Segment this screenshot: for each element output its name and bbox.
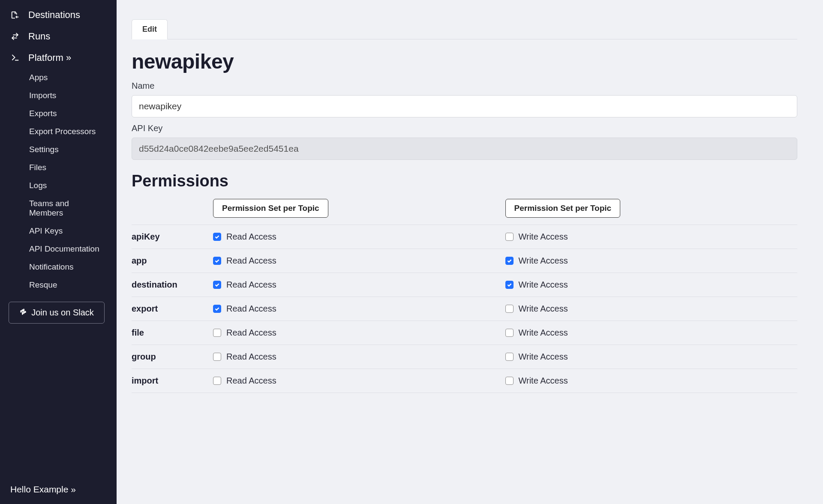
perm-read-label: Read Access [226,304,276,314]
perm-topic: app [132,249,213,273]
subnav-resque[interactable]: Resque [0,276,113,294]
perm-read-label: Read Access [226,376,276,386]
apikey-value: d55d24a0ce0842eebe9a5ee2ed5451ea [132,138,797,160]
name-label: Name [132,81,797,91]
perm-topic: apiKey [132,225,213,249]
perm-set-write-button[interactable]: Permission Set per Topic [505,199,621,218]
perm-topic: destination [132,273,213,297]
nav-runs-label: Runs [28,31,50,42]
subnav-api-keys[interactable]: API Keys [0,222,113,240]
perm-write-cell: Write Access [505,352,793,362]
perm-write-label: Write Access [519,352,568,362]
perm-write-checkbox[interactable] [505,305,514,313]
subnav-imports[interactable]: Imports [0,87,113,105]
tabs-row: Edit [132,19,797,39]
perm-set-read-button[interactable]: Permission Set per Topic [213,199,328,218]
perm-read-cell: Read Access [213,376,501,386]
perm-write-cell: Write Access [505,256,793,266]
subnav-api-docs[interactable]: API Documentation [0,240,113,258]
perm-write-label: Write Access [519,328,568,338]
hello-user-link[interactable]: Hello Example » [0,477,113,504]
perm-read-cell: Read Access [213,280,501,290]
subnav-apps[interactable]: Apps [0,69,113,87]
export-icon [10,10,20,20]
subnav-files[interactable]: Files [0,159,113,177]
perm-row: apiKeyRead AccessWrite Access [132,225,797,249]
nav-destinations-label: Destinations [28,9,80,21]
perm-row: destinationRead AccessWrite Access [132,273,797,297]
perm-read-label: Read Access [226,280,276,290]
perm-read-label: Read Access [226,328,276,338]
slack-icon [19,308,27,318]
subnav-export-processors[interactable]: Export Processors [0,123,113,141]
perm-write-cell: Write Access [505,232,793,242]
perm-write-label: Write Access [519,232,568,242]
apikey-label: API Key [132,123,797,133]
nav-platform-label: Platform » [28,52,71,63]
perm-read-cell: Read Access [213,256,501,266]
perm-write-checkbox[interactable] [505,257,514,265]
perm-write-checkbox[interactable] [505,233,514,241]
join-slack-button[interactable]: Join us on Slack [9,302,105,324]
perm-read-label: Read Access [226,256,276,266]
perm-row: exportRead AccessWrite Access [132,297,797,321]
perm-write-label: Write Access [519,304,568,314]
perm-write-cell: Write Access [505,376,793,386]
perm-read-cell: Read Access [213,352,501,362]
perm-read-checkbox[interactable] [213,377,221,385]
runs-icon [10,32,20,41]
perm-write-checkbox[interactable] [505,329,514,337]
perm-topic: export [132,297,213,321]
main-content: Edit newapikey Name API Key d55d24a0ce08… [117,0,823,504]
perm-read-checkbox[interactable] [213,329,221,337]
perm-write-checkbox[interactable] [505,281,514,289]
perm-write-checkbox[interactable] [505,377,514,385]
perm-read-checkbox[interactable] [213,305,221,313]
perm-write-cell: Write Access [505,280,793,290]
terminal-icon [10,53,20,63]
subnav-teams[interactable]: Teams and Members [0,195,113,222]
perm-read-checkbox[interactable] [213,257,221,265]
subnav-settings[interactable]: Settings [0,141,113,159]
perm-read-cell: Read Access [213,232,501,242]
perm-read-label: Read Access [226,352,276,362]
perm-read-label: Read Access [226,232,276,242]
perm-write-cell: Write Access [505,304,793,314]
perm-read-checkbox[interactable] [213,281,221,289]
join-slack-label: Join us on Slack [31,308,94,318]
name-input[interactable] [132,95,797,117]
tab-edit[interactable]: Edit [132,19,168,39]
perm-read-checkbox[interactable] [213,233,221,241]
nav-runs[interactable]: Runs [0,26,113,47]
subnav-logs[interactable]: Logs [0,177,113,195]
perm-write-label: Write Access [519,376,568,386]
permissions-table: Permission Set per Topic Permission Set … [132,192,797,393]
perm-write-checkbox[interactable] [505,353,514,361]
perm-row: importRead AccessWrite Access [132,369,797,393]
page-title: newapikey [132,50,797,73]
nav-platform[interactable]: Platform » [0,47,113,69]
perm-write-label: Write Access [519,280,568,290]
sidebar: Destinations Runs Platform » Apps Import… [0,0,117,504]
perm-topic: group [132,345,213,369]
perm-write-label: Write Access [519,256,568,266]
perm-topic: import [132,369,213,393]
perm-topic: file [132,321,213,345]
perm-read-cell: Read Access [213,304,501,314]
perm-row: fileRead AccessWrite Access [132,321,797,345]
perm-read-checkbox[interactable] [213,353,221,361]
subnav-notifications[interactable]: Notifications [0,258,113,276]
perm-read-cell: Read Access [213,328,501,338]
perm-row: groupRead AccessWrite Access [132,345,797,369]
permissions-heading: Permissions [132,172,797,190]
subnav-exports[interactable]: Exports [0,105,113,123]
nav-destinations[interactable]: Destinations [0,4,113,26]
perm-write-cell: Write Access [505,328,793,338]
perm-row: appRead AccessWrite Access [132,249,797,273]
